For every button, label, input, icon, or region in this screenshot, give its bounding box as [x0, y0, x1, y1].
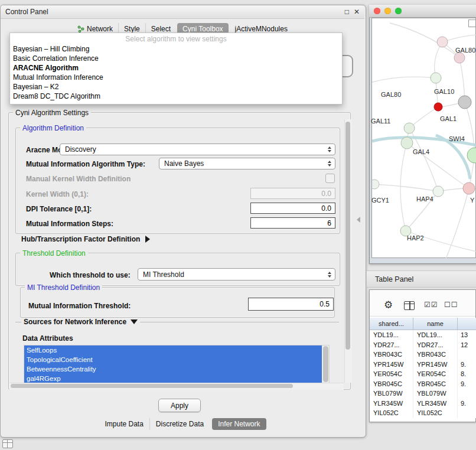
network-node[interactable] [433, 186, 444, 197]
table-row[interactable]: YLR345WYLR345W9. [370, 399, 476, 409]
mi-threshold-title: MI Threshold Definition [25, 283, 102, 292]
dropdown-item[interactable]: Bayesian – Hill Climbing [10, 44, 342, 54]
table-panel-title: Table Panel [375, 275, 413, 283]
algorithm-dropdown-popup: Select algorithm to view settings Bayesi… [9, 32, 343, 105]
columns-icon[interactable] [404, 301, 415, 310]
close-icon[interactable]: ✕ [354, 8, 360, 15]
collapse-down-icon [131, 319, 138, 324]
dropdown-item[interactable]: Basic Correlation Inference [10, 54, 342, 63]
table-row[interactable]: YER054CYER054C8. [370, 369, 476, 379]
table-header-row: shared... name [370, 318, 476, 330]
combo-arrows-icon [328, 161, 331, 167]
desktop: Control Panel □ ✕ Network Style Select C… [0, 0, 476, 450]
manual-kernel-checkbox[interactable] [325, 174, 335, 183]
expand-right-icon [145, 236, 150, 243]
aracne-mode-select[interactable]: Discovery [60, 144, 335, 155]
cyni-settings-title: Cyni Algorithm Settings [13, 109, 91, 117]
gear-icon[interactable]: ⚙ [384, 299, 393, 311]
scrollbar-thumb[interactable] [11, 384, 293, 388]
control-panel-titlebar: Control Panel □ ✕ [1, 5, 364, 19]
dpi-tolerance-input[interactable] [250, 203, 335, 214]
node-label: HAP4 [416, 195, 433, 203]
close-traffic-light[interactable] [374, 8, 380, 14]
threshold-definition-title: Threshold Definition [20, 249, 88, 257]
node-label: Y [470, 197, 474, 204]
select-all-icon[interactable]: ☑☑ [424, 301, 438, 309]
network-node[interactable] [463, 182, 475, 194]
dropdown-item-selected[interactable]: ARACNE Algorithm [10, 63, 342, 73]
column-header[interactable]: shared... [370, 318, 413, 330]
scrollbar-thumb[interactable] [345, 122, 350, 350]
network-node[interactable] [454, 53, 465, 63]
network-node[interactable] [372, 180, 379, 189]
sources-expander[interactable]: Sources for Network Inference [21, 318, 140, 326]
network-node[interactable] [467, 148, 476, 163]
aracne-mode-value: Discovery [65, 145, 96, 154]
network-node[interactable] [401, 137, 413, 149]
list-item[interactable]: BetweennessCentrality [24, 364, 322, 374]
minimize-traffic-light[interactable] [384, 8, 391, 14]
manual-kernel-label: Manual Kernel Width Definition [26, 175, 131, 183]
network-window-titlebar [369, 5, 476, 18]
list-item[interactable]: TopologicalCoefficient [24, 355, 322, 364]
kernel-width-input[interactable] [250, 188, 335, 199]
node-label: GCY1 [371, 197, 389, 204]
node-label: HAP2 [407, 234, 424, 242]
table-row[interactable]: YIL052CYIL052C [370, 408, 476, 418]
table-row[interactable]: YBR043CYBR043C [370, 350, 476, 360]
combo-arrows-icon [328, 272, 331, 278]
network-node-selected[interactable] [434, 103, 442, 111]
apply-button[interactable]: Apply [158, 399, 201, 412]
mi-threshold-input[interactable] [248, 298, 334, 311]
table-row[interactable]: YBL079WYBL079W [370, 389, 476, 399]
mi-steps-label: Mutual Information Steps: [26, 220, 113, 228]
zoom-traffic-light[interactable] [395, 8, 402, 14]
mi-type-value: Naive Bayes [164, 159, 204, 168]
combo-arrows-icon [328, 146, 331, 152]
which-threshold-select[interactable]: MI Threshold [138, 268, 335, 281]
panel-collapse-handle-icon[interactable] [357, 217, 360, 223]
table-row[interactable]: YPR145WYPR145W9. [370, 360, 476, 370]
sources-title: Sources for Network Inference [24, 318, 126, 326]
kernel-width-label: Kernel Width (0,1): [26, 190, 89, 198]
tab-infer-network[interactable]: Infer Network [212, 418, 266, 430]
table-row[interactable]: YDL19...YDL19...13 [370, 330, 476, 340]
list-item[interactable]: SelfLoops [24, 345, 322, 355]
node-label: GAL11 [371, 118, 390, 125]
algorithm-definition-title: Algorithm Definition [20, 124, 86, 132]
data-attributes-list: SelfLoops TopologicalCoefficient Between… [24, 345, 330, 384]
network-node[interactable] [458, 96, 471, 109]
data-attributes-label: Data Attributes [22, 334, 73, 343]
mi-type-select[interactable]: Naive Bayes [159, 158, 335, 169]
network-node[interactable] [404, 123, 415, 133]
node-label: GAL80 [455, 47, 475, 54]
dropdown-item[interactable]: Bayesian – K2 [10, 82, 342, 92]
tab-discretize-data[interactable]: Discretize Data [149, 418, 210, 430]
table-body: YDL19...YDL19...13 YDR27...YDR27...12 YB… [370, 330, 476, 418]
list-item[interactable]: gal4RGexp [24, 374, 322, 383]
tab-impute-data[interactable]: Impute Data [99, 418, 149, 430]
table-row[interactable]: YBR045CYBR045C9. [370, 379, 476, 389]
column-header[interactable]: name [413, 318, 458, 330]
restore-icon[interactable]: □ [345, 8, 349, 15]
column-header[interactable] [458, 318, 476, 330]
which-threshold-value: MI Threshold [143, 270, 184, 279]
dropdown-item[interactable]: Dream8 DC_TDC Algorithm [10, 92, 342, 101]
birdseye-toggle[interactable] [468, 19, 476, 27]
mi-steps-input[interactable] [250, 217, 335, 229]
hub-definition-expander[interactable]: Hub/Transcription Factor Definition [21, 235, 150, 243]
table-row[interactable]: YDR27...YDR27...12 [370, 340, 476, 350]
deselect-all-icon[interactable]: ☐☐ [444, 301, 458, 309]
node-label: GAL80 [381, 91, 401, 98]
window-title: Control Panel [5, 8, 340, 16]
dropdown-item[interactable]: Mutual Information Inference [10, 73, 342, 82]
scrollbar-thumb[interactable] [323, 346, 328, 382]
dpi-tolerance-label: DPI Tolerance [0,1]: [26, 205, 92, 213]
network-node[interactable] [437, 37, 448, 47]
which-threshold-label: Which threshold to use: [50, 271, 131, 279]
hub-definition-label: Hub/Transcription Factor Definition [21, 235, 140, 243]
list-scrollbar[interactable] [322, 345, 329, 383]
network-node[interactable] [431, 73, 441, 83]
mi-threshold-label: Mutual Information Threshold: [28, 302, 131, 310]
table-dock-icon[interactable] [2, 439, 13, 448]
